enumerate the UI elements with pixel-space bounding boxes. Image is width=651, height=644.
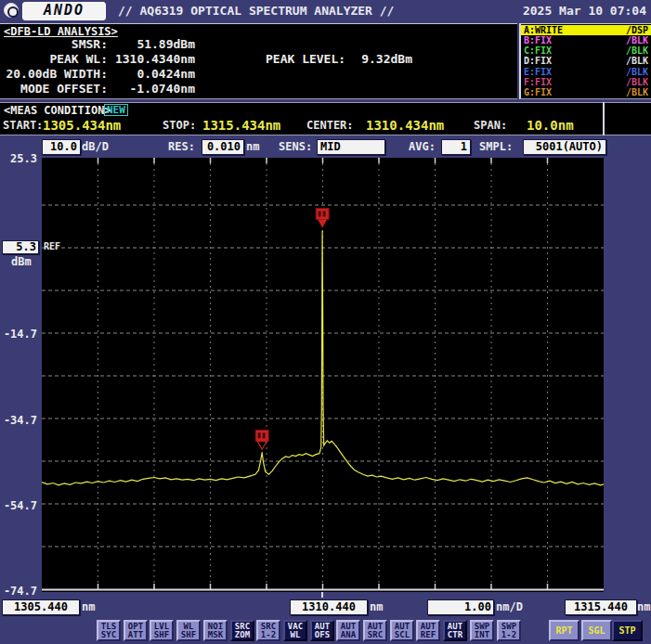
meas-condition-header: <MEAS CONDITION> [4,104,111,117]
yaxis-tick-label: -74.7 [0,585,37,598]
trace-row-G: G:FIX/BLK [521,87,651,97]
trace-row-F: F:FIX/BLK [521,77,651,87]
softkey-aut-src[interactable]: AUTSRC [363,620,387,641]
softkey-label-bottom: ZOM [232,631,253,639]
xaxis-center-unit: nm [370,600,383,613]
clock: 2025 Mar 10 07:04 [523,4,646,18]
softkey-label-bottom: REF [418,631,438,639]
softkey-label-bottom: ATT [125,631,146,639]
softkey-label-bottom: MSK [205,631,226,639]
xaxis-start-value: 1305.440 [2,599,80,615]
softkey-label-bottom: SHF [178,631,199,639]
softkey-opt-att[interactable]: OPTATT [124,620,148,641]
xaxis-stop-value: 1315.440 [565,599,637,615]
trace-mode: /BLK [626,35,648,45]
softkey-label-bottom: ANA [338,631,358,639]
yaxis-tick-label: -14.7 [0,328,37,341]
softkey-src-1-2[interactable]: SRC1-2 [256,620,280,641]
sens-value: MID [317,139,385,155]
meas-field-value: 1305.434nm [43,118,121,133]
yaxis-top-label: 25.3 [0,152,37,165]
smpl-label: SMPL: [479,140,513,153]
softkey-swp-1-2[interactable]: SWP1-2 [497,620,521,641]
avg-label: AVG: [409,140,436,153]
trace-name: B:FIX [524,35,552,45]
analysis-header: <DFB-LD ANALYSIS> [4,25,118,38]
softkey-label-bottom: SCL [392,631,412,639]
brand-logo: ANDO [22,2,106,20]
peak-level-label: PEAK LEVEL: [266,52,345,66]
meas-field-value: 10.0nm [527,118,574,133]
yaxis-unit: dBm [11,255,32,268]
analysis-panel: <DFB-LD ANALYSIS> SMSR:51.89dBmPEAK WL:1… [0,23,517,99]
softkey-aut-ana[interactable]: AUTANA [336,620,360,641]
meas-field-label: CENTER: [306,119,354,132]
meas-field-label: SPAN: [474,119,507,132]
sweep-key-stp[interactable]: STP [612,620,643,641]
analysis-row-value: -1.0740nm [108,82,195,97]
analysis-row-label: 20.00dB WIDTH: [0,67,108,82]
analysis-row: SMSR:51.89dBm [0,37,279,52]
softkey-label-bottom: OFS [312,631,332,639]
yaxis-tick-label: -54.7 [0,499,37,512]
softkey-label-bottom: 1-2 [499,631,519,639]
trace-name: E:FIX [524,67,552,77]
ref-label: REF [44,241,60,251]
spectrum-plot [42,158,604,592]
res-value: 0.010 [202,139,244,155]
meas-field-value: 1310.434nm [366,118,444,133]
smpl-value: 5001(AUTO) [523,139,606,155]
softkey-label-bottom: 1-2 [258,631,279,639]
trace-mode: /BLK [626,87,648,97]
new-badge: NEW [104,104,128,116]
softkey-label-bottom: CTR [445,631,465,639]
ref-level-value: 5.3 [2,240,39,254]
trace-row-E: E:FIX/BLK [521,67,651,77]
analysis-row-value: 51.89dBm [108,37,195,52]
meas-field-label: START: [3,119,43,132]
analysis-row: MODE OFFSET:-1.0740nm [0,82,279,97]
res-label: RES: [168,140,195,153]
softkey-noi-msk[interactable]: NOIMSK [203,620,228,641]
sweep-key-sgl[interactable]: SGL [581,620,612,641]
xaxis-scale-value: 1.00 [427,599,494,615]
trace-name: F:FIX [524,77,552,87]
softkey-swp-int[interactable]: SWPINT [470,620,494,641]
analysis-row-label: SMSR: [0,37,108,52]
softkey-vac-wl[interactable]: VACWL [283,620,307,641]
sweep-key-rpt[interactable]: RPT [549,620,579,641]
softkey-aut-ref[interactable]: AUTREF [416,620,440,641]
side-mode-marker [255,430,268,449]
softkey-aut-scl[interactable]: AUTSCL [390,620,414,641]
peak-marker [316,209,329,228]
avg-value: 1 [441,139,471,155]
analysis-rows: SMSR:51.89dBmPEAK WL:1310.4340nm20.00dB … [0,37,279,97]
softkey-src-zom[interactable]: SRCZOM [230,620,254,641]
meas-field-label: STOP: [163,119,196,132]
analysis-row-label: MODE OFFSET: [0,82,108,97]
softkey-tls-syc[interactable]: TLSSYC [97,620,121,641]
analysis-row-label: PEAK WL: [0,52,108,67]
meas-divider [603,102,605,135]
titlebar: ANDO // AQ6319 OPTICAL SPECTRUM ANALYZER… [0,0,651,21]
trace-name: C:FIX [524,45,552,56]
trace-row-D: D:FIX/BLK [521,56,651,66]
trace-mode: /BLK [626,56,648,66]
xaxis-start-unit: nm [82,600,95,613]
softkey-aut-ofs[interactable]: AUTOFS [310,620,334,641]
spectrum-chart [42,158,604,592]
spectrum-trace-a [42,231,604,485]
xaxis-stop-unit: nm [637,600,650,613]
softkey-wl-shf[interactable]: WLSHF [176,620,201,641]
analysis-row-value: 1310.4340nm [108,52,195,67]
osa-screen: ANDO // AQ6319 OPTICAL SPECTRUM ANALYZER… [0,0,651,644]
softkey-lvl-shf[interactable]: LVLSHF [150,620,174,641]
analysis-row: 20.00dB WIDTH:0.0424nm [0,67,279,82]
trace-status-panel: A:WRITE/DSPB:FIX/BLKC:FIX/BLKD:FIX/BLKE:… [519,23,651,99]
page-title: // AQ6319 OPTICAL SPECTRUM ANALYZER // [118,4,394,18]
softkey-aut-ctr[interactable]: AUTCTR [443,620,467,641]
trace-mode: /BLK [626,67,648,77]
trace-name: A:WRITE [524,25,563,35]
yaxis-tick-label: -34.7 [0,414,37,427]
ando-emblem-icon [4,3,19,18]
